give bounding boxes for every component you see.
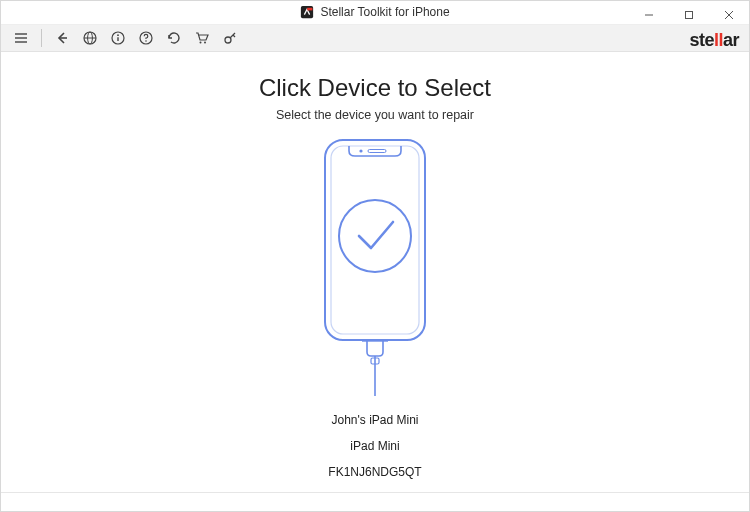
toolbar: stellar	[1, 25, 749, 52]
refresh-button[interactable]	[162, 26, 186, 50]
svg-rect-24	[331, 146, 419, 334]
titlebar: Stellar Toolkit for iPhone	[1, 1, 749, 25]
page-subtitle: Select the device you want to repair	[276, 108, 474, 122]
menu-button[interactable]	[9, 26, 33, 50]
brand-pre: ste	[689, 30, 714, 51]
svg-point-25	[359, 149, 362, 152]
app-window: Stellar Toolkit for iPhone	[0, 0, 750, 512]
main-content: Click Device to Select Select the device…	[1, 52, 749, 493]
device-serial: FK1NJ6NDG5QT	[328, 466, 421, 478]
svg-rect-3	[686, 12, 693, 19]
svg-point-17	[145, 40, 147, 42]
app-title: Stellar Toolkit for iPhone	[320, 5, 449, 19]
svg-point-18	[200, 41, 202, 43]
buy-button[interactable]	[190, 26, 214, 50]
back-button[interactable]	[50, 26, 74, 50]
toolbar-left	[9, 26, 242, 50]
svg-point-27	[339, 200, 411, 272]
app-icon	[300, 5, 314, 19]
activate-button[interactable]	[218, 26, 242, 50]
device-model: iPad Mini	[328, 440, 421, 452]
brand-mid: ll	[714, 30, 723, 51]
svg-point-14	[117, 34, 119, 36]
svg-line-22	[233, 35, 235, 37]
device-name: John's iPad Mini	[328, 414, 421, 426]
help-button[interactable]	[134, 26, 158, 50]
device-illustration[interactable]	[295, 136, 455, 396]
svg-point-19	[204, 41, 206, 43]
title-group: Stellar Toolkit for iPhone	[300, 5, 449, 19]
info-button[interactable]	[106, 26, 130, 50]
svg-rect-1	[308, 8, 313, 11]
brand-post: ar	[723, 30, 739, 51]
device-info: John's iPad Mini iPad Mini FK1NJ6NDG5QT	[328, 408, 421, 492]
page-title: Click Device to Select	[259, 74, 491, 102]
brand-logo: stellar	[689, 25, 739, 57]
footer-bar	[1, 493, 749, 511]
language-button[interactable]	[78, 26, 102, 50]
svg-rect-0	[301, 6, 313, 18]
phone-icon	[295, 136, 455, 396]
svg-rect-26	[368, 149, 386, 152]
toolbar-divider	[41, 29, 42, 47]
